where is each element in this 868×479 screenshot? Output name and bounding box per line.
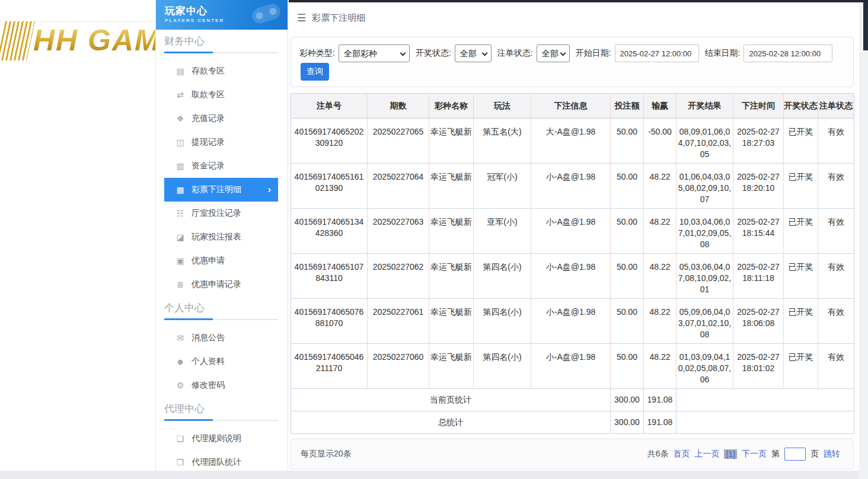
sidebar-item-label: 厅室投注记录: [192, 208, 241, 219]
table-row: 401569174065076881070 20250227061 幸运飞艇新 …: [291, 299, 854, 344]
sidebar-item-label: 资金记录: [192, 161, 225, 171]
col-period: 期数: [368, 94, 429, 119]
chevron-down-icon: [400, 50, 406, 56]
cell-bet-amount: 50.00: [611, 209, 644, 254]
cell-draw-status: 已开奖: [784, 344, 818, 389]
section-divider: [164, 319, 278, 320]
cell-bet-info: 大-A盘@1.98: [531, 119, 611, 164]
cell-bet-info: 小-A盘@1.98: [531, 344, 611, 389]
hamburger-icon[interactable]: ☰: [297, 12, 306, 24]
sidebar-item-label: 充值记录: [192, 113, 225, 124]
chevron-down-icon: [481, 50, 487, 56]
cell-bet-info: 小-A盘@1.98: [531, 254, 611, 299]
cell-draw-result: 01,06,04,03,05,08,02,09,10,07: [676, 164, 733, 209]
cell-bet-amount: 50.00: [611, 164, 644, 209]
col-bet-amount: 投注额: [611, 94, 644, 119]
order-status-value: 全部: [542, 49, 559, 58]
cell-play: 第五名(大): [474, 119, 531, 164]
cell-bet-info: 小-A盘@1.98: [531, 164, 611, 209]
cell-play: 第四名(小): [474, 299, 531, 344]
sidebar-item-lottery-bet-detail[interactable]: ▦彩票下注明细›: [164, 178, 278, 202]
table-row: 401569174065202309120 20250227065 幸运飞艇新 …: [291, 119, 854, 164]
prev-page-link[interactable]: 上一页: [694, 449, 719, 459]
cell-bet-amount: 50.00: [611, 254, 644, 299]
cell-draw-status: 已开奖: [784, 254, 818, 299]
sidebar-item-messages[interactable]: ✉消息公告: [164, 326, 278, 350]
jump-page-input[interactable]: [784, 448, 806, 461]
end-date-input[interactable]: [743, 44, 832, 62]
cell-draw-result: 05,03,06,04,07,08,10,09,02,01: [676, 254, 733, 299]
cell-order-id: 401569174065161021390: [291, 164, 368, 209]
section-label-finance: 财务中心: [164, 34, 278, 49]
summary-row-total: 总统计 300.00 191.08: [291, 411, 854, 434]
sidebar-item-player-bet-report[interactable]: ◪玩家投注报表: [164, 225, 278, 249]
section-label-agent: 代理中心: [164, 402, 278, 416]
sidebar-item-deposit[interactable]: ▤存款专区: [164, 59, 278, 83]
section-divider: [164, 420, 278, 421]
cell-draw-result: 08,09,01,06,04,07,10,02,03,05: [676, 119, 733, 164]
sidebar-section-finance: 财务中心 ▤存款专区 ⇄取款专区 ❖充值记录 ◫提现记录 ▥资金记录 ▦彩票下注…: [156, 30, 288, 296]
cell-lottery-name: 幸运飞艇新: [429, 299, 474, 344]
cell-play: 亚军(小): [474, 209, 531, 254]
gear-icon: ⚙: [175, 381, 186, 390]
start-date-input[interactable]: [615, 44, 699, 62]
chevron-down-icon: [560, 50, 566, 56]
hall-bet-record-icon: ☷: [175, 209, 186, 218]
jump-link[interactable]: 跳转: [824, 449, 840, 459]
sidebar-item-label: 玩家投注报表: [192, 232, 241, 242]
cell-order-id: 401569174065202309120: [291, 119, 368, 164]
sidebar-item-hall-bet-record[interactable]: ☷厅室投注记录: [164, 202, 278, 225]
section-label-personal: 个人中心: [164, 301, 278, 315]
summary-label: 当前页统计: [291, 389, 611, 411]
sidebar-item-promo-apply-record[interactable]: ≣优惠申请记录: [164, 273, 278, 296]
col-lottery-name: 彩种名称: [429, 94, 474, 119]
cell-period: 20250227060: [368, 344, 429, 389]
lottery-type-select[interactable]: 全部彩种: [339, 44, 410, 62]
table-row: 401569174065161021390 20250227064 幸运飞艇新 …: [291, 164, 854, 209]
sidebar-item-recharge-record[interactable]: ❖充值记录: [164, 107, 278, 130]
first-page-link[interactable]: 首页: [673, 449, 690, 459]
page-title: 彩票下注明细: [312, 12, 365, 24]
sidebar-item-change-password[interactable]: ⚙修改密码: [164, 373, 278, 397]
promo-apply-record-icon: ≣: [175, 280, 186, 289]
cell-bet-amount: 50.00: [611, 299, 644, 344]
cell-draw-result: 01,03,09,04,10,02,05,08,07,06: [676, 344, 733, 389]
cell-bet-time: 2025-02-27 18:15:44: [733, 209, 784, 254]
sidebar-section-agent: 代理中心 ❏代理规则说明 ❐代理团队统计: [156, 397, 288, 474]
col-winloss: 输赢: [644, 94, 676, 119]
cell-period: 20250227065: [368, 119, 429, 164]
draw-status-value: 全部: [460, 49, 477, 58]
sidebar-item-label: 个人资料: [192, 356, 225, 367]
next-page-link[interactable]: 下一页: [742, 449, 767, 459]
col-draw-result: 开奖结果: [676, 94, 733, 119]
order-status-select[interactable]: 全部: [537, 44, 570, 62]
cell-bet-time: 2025-02-27 18:11:18: [733, 254, 784, 299]
logo-stripes-decor: [0, 21, 35, 60]
summary-empty: [676, 411, 854, 434]
section-divider: [164, 52, 278, 53]
cell-winloss: 48.22: [644, 209, 676, 254]
filter-panel: 彩种类型: 全部彩种 开奖状态: 全部 注单状态: 全部 开始日期: 结束日期:…: [291, 37, 854, 87]
sidebar-item-promo-apply[interactable]: ▣优惠申请: [164, 249, 278, 273]
cell-winloss: 48.22: [644, 299, 676, 344]
cell-order-id: 401569174065134428360: [291, 209, 368, 254]
cell-bet-info: 小-A盘@1.98: [531, 299, 611, 344]
col-bet-time: 下注时间: [733, 94, 784, 119]
sidebar-item-withdraw[interactable]: ⇄取款专区: [164, 83, 278, 107]
scrollbar-track[interactable]: [859, 0, 868, 479]
sidebar-item-profile[interactable]: ☻个人资料: [164, 350, 278, 373]
cell-bet-info: 小-A盘@1.98: [531, 209, 611, 254]
cell-winloss: -50.00: [644, 119, 676, 164]
summary-bet-amount: 300.00: [611, 411, 644, 434]
draw-status-select[interactable]: 全部: [455, 44, 492, 62]
col-order-id: 注单号: [291, 94, 368, 119]
sidebar-item-withdrawal-record[interactable]: ◫提现记录: [164, 130, 278, 154]
withdraw-icon: ⇄: [175, 90, 186, 100]
withdrawal-record-icon: ◫: [175, 138, 186, 147]
sidebar-item-funds-record[interactable]: ▥资金记录: [164, 154, 278, 178]
scrollbar-thumb[interactable]: [863, 0, 868, 50]
query-button[interactable]: 查询: [301, 63, 329, 81]
sidebar-item-agent-rules[interactable]: ❏代理规则说明: [164, 427, 278, 451]
lottery-type-value: 全部彩种: [344, 49, 377, 58]
cell-lottery-name: 幸运飞艇新: [429, 164, 474, 209]
